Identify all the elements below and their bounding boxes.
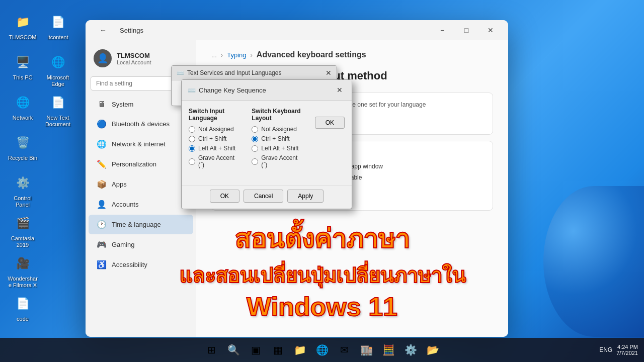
new-text-label: New Text Document — [42, 115, 73, 128]
desktop-icon-tlmscom[interactable]: 📁 TLMSCOM — [5, 10, 40, 43]
widgets-button[interactable]: ▦ — [268, 340, 288, 360]
kb-grave-row: Grave Accent (`) — [252, 154, 304, 168]
ts-dialog-titlebar: ⌨️ Text Services and Input Languages ✕ — [172, 66, 337, 80]
explorer2-taskbar[interactable]: 📂 — [423, 340, 443, 360]
ks-footer-ok-button[interactable]: OK — [210, 190, 239, 203]
kb-left-alt-shift-row: Left Alt + Shift — [252, 145, 304, 152]
file-explorer-taskbar[interactable]: 📁 — [290, 340, 310, 360]
input-left-alt-shift-row: Left Alt + Shift — [189, 145, 242, 152]
input-grave-row: Grave Accent (`) — [189, 154, 242, 168]
switch-input-column: Switch Input Language Not Assigned Ctrl … — [189, 108, 242, 171]
settings-taskbar[interactable]: ⚙️ — [400, 340, 421, 360]
new-text-icon: 📄 — [48, 93, 68, 113]
ks-dialog-footer: OK Cancel Apply — [182, 185, 352, 209]
globe-decoration — [543, 186, 644, 337]
edge-label: Microsoft Edge — [42, 74, 73, 87]
sidebar-item-bluetooth[interactable]: 🔵 Bluetooth & devices — [89, 114, 193, 134]
itcontent-label: itcontent — [47, 34, 68, 41]
minimize-button[interactable]: − — [431, 22, 454, 38]
ks-footer-cancel-button[interactable]: Cancel — [244, 190, 283, 203]
edge-icon: 🌐 — [48, 52, 68, 72]
camtasia-icon: 🎬 — [13, 213, 33, 233]
gaming-icon: 🎮 — [97, 240, 107, 249]
maximize-button[interactable]: □ — [455, 22, 478, 38]
kb-not-assigned-radio[interactable] — [252, 126, 258, 133]
start-button[interactable]: ⊞ — [201, 340, 221, 360]
desktop-icon-edge[interactable]: 🌐 Microsoft Edge — [40, 50, 75, 89]
breadcrumb-current: Advanced keyboard settings — [257, 50, 366, 59]
itcontent-icon: 📄 — [48, 12, 68, 32]
desktop-icon-control-panel[interactable]: ⚙️ Control Panel — [5, 171, 40, 210]
recycle-icon: 🗑️ — [13, 133, 33, 153]
taskbar-right: ENG 4:24 PM 7/7/2021 — [599, 344, 638, 356]
kb-left-alt-shift-radio[interactable] — [252, 145, 258, 152]
sidebar-item-time-label: Time & language — [112, 221, 161, 228]
ts-title-text: Text Services and Input Languages — [187, 69, 281, 76]
input-not-assigned-label: Not Assigned — [198, 126, 234, 133]
desktop-icon-wondershare[interactable]: 🎥 Wondershare Filmora X — [5, 251, 40, 291]
input-not-assigned-radio[interactable] — [189, 126, 195, 133]
input-grave-radio[interactable] — [189, 158, 195, 165]
sidebar-item-system-label: System — [112, 101, 133, 108]
ks-dialog-titlebar: ⌨️ Change Key Sequence ✕ — [182, 80, 352, 101]
ks-dialog-body: Switch Input Language Not Assigned Ctrl … — [182, 101, 352, 185]
kb-grave-radio[interactable] — [252, 158, 258, 165]
back-button[interactable]: ← — [92, 22, 115, 38]
breadcrumb: ... › Typing › Advanced keyboard setting… — [211, 50, 493, 59]
ks-close-button[interactable]: ✕ — [334, 84, 346, 96]
kb-not-assigned-row: Not Assigned — [252, 126, 304, 133]
desktop-icon-recycle[interactable]: 🗑️ Recycle Bin — [5, 131, 40, 163]
kb-not-assigned-label: Not Assigned — [261, 126, 297, 133]
task-view-button[interactable]: ▣ — [246, 340, 266, 360]
sidebar-item-accessibility[interactable]: ♿ Accessibility — [89, 255, 193, 275]
ks-dialog-title-text: ⌨️ Change Key Sequence — [188, 86, 266, 94]
titlebar-left: ← Settings — [92, 22, 143, 38]
taskbar-datetime: 4:24 PM 7/7/2021 — [616, 344, 638, 356]
avatar: 👤 — [94, 49, 112, 67]
breadcrumb-dots: ... — [211, 51, 217, 59]
input-ctrl-shift-radio[interactable] — [189, 136, 195, 142]
wondershare-icon: 🎥 — [13, 253, 33, 274]
close-button[interactable]: ✕ — [479, 22, 502, 38]
sidebar-item-time[interactable]: 🕐 Time & language — [89, 215, 193, 234]
store-taskbar[interactable]: 🏬 — [356, 340, 376, 360]
user-type: Local Account — [117, 59, 151, 65]
kb-grave-label: Grave Accent (`) — [261, 154, 304, 168]
calculator-taskbar[interactable]: 🧮 — [378, 340, 398, 360]
sidebar-item-gaming[interactable]: 🎮 Gaming — [89, 235, 193, 254]
accounts-icon: 👤 — [97, 200, 107, 209]
apps-icon: 📦 — [97, 179, 107, 189]
kb-ctrl-shift-label: Ctrl + Shift — [261, 135, 289, 142]
input-left-alt-shift-radio[interactable] — [189, 145, 195, 152]
ts-icon: ⌨️ — [177, 69, 184, 76]
desktop-icon-camtasia[interactable]: 🎬 Camtasia 2019 — [5, 211, 40, 250]
sidebar-item-apps[interactable]: 📦 Apps — [89, 174, 193, 194]
code-icon: 📄 — [13, 294, 33, 314]
breadcrumb-typing[interactable]: Typing — [227, 51, 246, 59]
ks-ok-button[interactable]: OK — [315, 117, 345, 129]
code-label: code — [17, 316, 29, 322]
desktop-icon-code[interactable]: 📄 code — [5, 292, 40, 324]
ks-footer-apply-button[interactable]: Apply — [287, 190, 324, 203]
kb-ctrl-shift-radio[interactable] — [252, 136, 258, 142]
sidebar-item-personalization[interactable]: ✏️ Personalization — [89, 154, 193, 174]
sidebar-item-network[interactable]: 🌐 Network & internet — [89, 134, 193, 154]
wondershare-label: Wondershare Filmora X — [7, 276, 38, 289]
sidebar-item-personalization-label: Personalization — [112, 160, 156, 168]
edge-taskbar[interactable]: 🌐 — [312, 340, 332, 360]
search-taskbar-button[interactable]: 🔍 — [223, 340, 244, 360]
change-key-sequence-dialog: ⌨️ Change Key Sequence ✕ Switch Input La… — [181, 79, 352, 209]
network-label: Network — [13, 115, 33, 121]
bluetooth-icon: 🔵 — [97, 119, 107, 129]
desktop-icon-this-pc[interactable]: 🖥️ This PC — [5, 50, 40, 83]
desktop-icon-new-text[interactable]: 📄 New Text Document — [40, 90, 75, 130]
desktop-icon-itcontent[interactable]: 📄 itcontent — [40, 10, 75, 43]
taskbar-center: ⊞ 🔍 ▣ ▦ 📁 🌐 ✉ 🏬 🧮 ⚙️ 📂 — [201, 340, 443, 360]
sidebar-item-accounts[interactable]: 👤 Accounts — [89, 195, 193, 214]
desktop-icon-network[interactable]: 🌐 Network — [5, 90, 40, 123]
sidebar-item-gaming-label: Gaming — [112, 241, 135, 248]
mail-taskbar[interactable]: ✉ — [334, 340, 354, 360]
taskbar: ⊞ 🔍 ▣ ▦ 📁 🌐 ✉ 🏬 🧮 ⚙️ 📂 ENG 4:24 PM 7/7/2… — [0, 338, 644, 362]
ts-close-button[interactable]: ✕ — [326, 69, 332, 77]
kb-ctrl-shift-row: Ctrl + Shift — [252, 135, 304, 142]
